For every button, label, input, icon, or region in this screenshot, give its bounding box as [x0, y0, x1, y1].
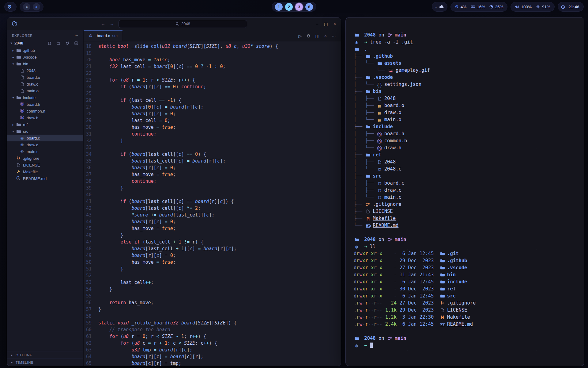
explorer-item-label: LICENSE — [23, 163, 40, 167]
nav-back-button[interactable]: ← — [101, 21, 105, 26]
refresh-button[interactable] — [65, 41, 70, 45]
folder-icon — [365, 153, 371, 157]
line-number: 29 — [84, 117, 98, 124]
explorer-more-button[interactable]: ⋯ — [75, 33, 78, 37]
workspace-button-8[interactable]: 8 — [305, 3, 313, 11]
explorer-item-common.h[interactable]: ⓗcommon.h — [7, 108, 83, 114]
terminal-line: .rw-r--r-- 1.1k 29 Dec 2023 LICENSE — [354, 307, 576, 314]
cloud-icon — [439, 5, 444, 8]
terminal-line: ├── bin — [354, 88, 576, 95]
explorer-item-board.h[interactable]: ⓗboard.h — [7, 101, 83, 108]
workspace-prev-button[interactable]: « — [23, 3, 30, 10]
terminal-line: ❄ → — [354, 342, 576, 349]
terminal-line: │ └── ▦main.o — [354, 116, 576, 123]
workspace-next-button[interactable]: » — [33, 3, 40, 10]
workspace-button-1[interactable]: 1 — [275, 3, 283, 11]
timeline-panel-header[interactable]: ▸ TIMELINE — [7, 358, 83, 366]
explorer-item-src[interactable]: ▾src — [7, 128, 83, 135]
terminal-line: │ ├── 2048 — [354, 159, 576, 166]
terminal-line: └── README.md — [354, 222, 576, 229]
code-line-19: 19 — [84, 50, 341, 56]
info-icon: ⓘ — [16, 176, 21, 181]
nav-forward-button[interactable]: → — [110, 21, 114, 26]
folder-icon — [365, 54, 371, 58]
run-button[interactable]: ▷ — [298, 33, 302, 38]
new-folder-button[interactable] — [56, 41, 61, 45]
explorer-item-bin[interactable]: ▾bin — [7, 60, 83, 67]
folder-icon — [16, 123, 21, 127]
workspace-button-2[interactable]: 2 — [285, 3, 293, 11]
explorer-item-README.md[interactable]: ⓘREADME.md — [7, 175, 83, 182]
vscode-window[interactable]: ← → 2048 − ▢ × EXPLORER ⋯ ▾ 2048 — [7, 17, 341, 366]
explorer-item-label: common.h — [27, 109, 45, 113]
terminal-line: │ ├── ©draw.c — [354, 187, 576, 194]
line-number: 56 — [84, 299, 98, 306]
folder-icon — [354, 47, 360, 51]
line-number: 50 — [84, 259, 98, 266]
explorer-item-.vscode[interactable]: ▸.vscode — [7, 54, 83, 60]
code-editor[interactable]: 18static bool _slide_col(u32 board[SIZE]… — [84, 41, 341, 366]
new-file-button[interactable] — [47, 41, 52, 45]
terminal-line: ├── .github — [354, 53, 576, 60]
explorer-item-.gitignore[interactable]: .gitignore — [7, 155, 83, 162]
terminal-line: │ └── ©2048.c — [354, 166, 576, 173]
code-line-32: 32 } — [84, 137, 341, 144]
explorer-item-main.c[interactable]: ©main.c — [7, 148, 83, 155]
terminal-window[interactable]: 2048 on main❄ → tree -a -I .git .├── .gi… — [345, 17, 584, 366]
clock-widget[interactable]: 21:46 — [558, 2, 584, 12]
explorer-item-draw.c[interactable]: ©draw.c — [7, 141, 83, 148]
line-number: 32 — [84, 137, 98, 144]
explorer-item-label: draw.o — [27, 82, 38, 86]
c-icon: © — [19, 149, 25, 154]
run-settings-button[interactable]: ⚙ — [307, 33, 311, 38]
code-line-64: 64 board[r][c] = board[c][r]; — [84, 353, 341, 360]
collapse-folders-button[interactable] — [74, 41, 78, 45]
volume-stat[interactable]: 100% — [514, 5, 533, 9]
explorer-item-include[interactable]: ▾include — [7, 94, 83, 101]
explorer-item-board.c[interactable]: ©board.c — [7, 135, 83, 141]
code-line-41: 41 if (board[last_cell][c] == board[r][c… — [84, 198, 341, 205]
maximize-button[interactable]: ▢ — [324, 21, 328, 26]
explorer-item-label: main.c — [27, 149, 38, 154]
outline-panel-header[interactable]: ▸ OUTLINE — [7, 351, 83, 358]
code-line-50: 50 has_move = true; — [84, 259, 341, 266]
wifi-stat[interactable]: 91% — [535, 5, 551, 9]
snow-icon: ❄ — [354, 343, 360, 350]
editor-area: © board.c src ▷ ⚙ ◫ × ⋯ 18static bool _s… — [84, 30, 341, 366]
line-number: 27 — [84, 104, 98, 110]
line-number: 51 — [84, 266, 98, 272]
explorer-item-Makefile[interactable]: Makefile — [7, 168, 83, 175]
launcher-button[interactable]: ⚙ — [4, 2, 17, 12]
weather-widget[interactable]: ▴ — [432, 2, 447, 12]
code-line-34: 34 if (board[last_cell][c] == 0) { — [84, 151, 341, 158]
editor-more-button[interactable]: ⋯ — [332, 33, 336, 38]
chevron-right-icon: ▸ — [9, 353, 14, 357]
explorer-item-label: Makefile — [23, 170, 38, 174]
terminal-line: │ └── assets — [354, 60, 576, 67]
explorer-item-.github[interactable]: ▸.github — [7, 47, 83, 54]
close-editor-button[interactable]: × — [324, 33, 327, 38]
minimize-button[interactable]: − — [316, 21, 318, 26]
vscode-titlebar[interactable]: ← → 2048 − ▢ × — [7, 17, 341, 30]
explorer-item-2048[interactable]: 2048 — [7, 67, 83, 74]
clock-time: 21:46 — [567, 5, 580, 9]
explorer-item-draw.h[interactable]: ⓗdraw.h — [7, 114, 83, 121]
tab-board-c[interactable]: © board.c src — [84, 30, 123, 41]
code-line-47: 47 else if (last_cell + 1 != r) { — [84, 239, 341, 245]
explorer-item-draw.o[interactable]: draw.o — [7, 81, 83, 87]
split-editor-button[interactable]: ◫ — [315, 33, 319, 38]
search-value: 2048 — [181, 21, 190, 26]
terminal-line: ├── MMakefile — [354, 215, 576, 222]
explorer-item-board.o[interactable]: board.o — [7, 74, 83, 81]
command-search-box[interactable]: 2048 — [119, 20, 247, 28]
braces-icon: {} — [377, 82, 383, 89]
explorer-item-ref[interactable]: ▸ref — [7, 121, 83, 128]
explorer-item-main.o[interactable]: main.o — [7, 87, 83, 94]
file-tree: ▸.github▸.vscode▾bin2048board.odraw.omai… — [7, 47, 83, 351]
code-line-23: 23 for (u8 r = 1; r < SIZE; r++) { — [84, 77, 341, 83]
project-root-row[interactable]: ▾ 2048 — [7, 40, 83, 46]
workspace-button-3[interactable]: 3 — [295, 3, 303, 11]
explorer-item-LICENSE[interactable]: LICENSE — [7, 162, 83, 168]
close-button[interactable]: × — [334, 21, 336, 26]
md-icon — [439, 323, 445, 326]
